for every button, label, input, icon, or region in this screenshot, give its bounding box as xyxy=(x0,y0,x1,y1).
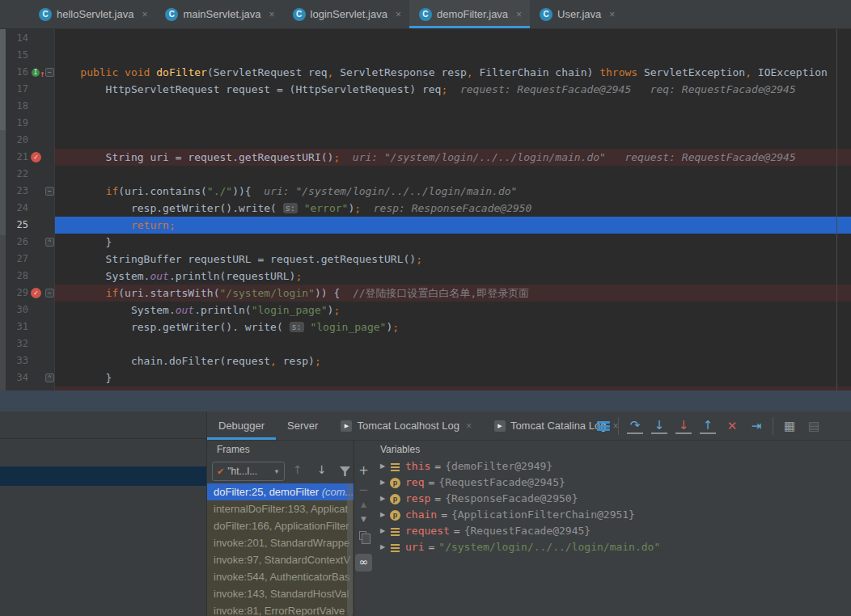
expand-arrow-icon[interactable]: ▶ xyxy=(380,458,390,475)
stack-frame-row[interactable]: invoke:143, StandardHostVal xyxy=(207,585,354,602)
editor-tab-User.java[interactable]: CUser.java× xyxy=(530,0,623,28)
variable-row[interactable]: ▶pchain={ApplicationFilterChain@2951} xyxy=(372,507,851,523)
line-number[interactable]: 33 xyxy=(6,352,28,369)
code-line[interactable]: 28 System.out.println(requestURL); xyxy=(0,268,851,285)
close-icon[interactable]: × xyxy=(516,9,522,20)
line-number[interactable]: 32 xyxy=(6,335,28,352)
editor-tab-helloServlet.java[interactable]: ChelloServlet.java× xyxy=(29,0,155,28)
debug-tab-debugger[interactable]: Debugger xyxy=(207,411,276,440)
force-step-into-button[interactable]: ↓ xyxy=(675,418,692,434)
code-line[interactable]: 14 xyxy=(0,30,851,47)
code-line[interactable]: 33 chain.doFilter(request, resp); xyxy=(0,352,851,369)
code-line[interactable]: 22 xyxy=(0,166,851,183)
fold-collapse-icon[interactable]: − xyxy=(45,68,54,77)
line-number[interactable]: 15 xyxy=(6,47,28,64)
evaluate-expression-button[interactable]: ▦ xyxy=(781,419,798,433)
variable-row[interactable]: ▶request={RequestFacade@2945} xyxy=(372,523,851,539)
stack-frame-row[interactable]: doFilter:166, ApplicationFilter xyxy=(207,517,354,534)
expand-arrow-icon[interactable]: ▶ xyxy=(380,475,390,491)
remove-watch-button[interactable]: − xyxy=(354,483,373,497)
next-frame-button[interactable]: ↓ xyxy=(317,463,327,476)
code-line[interactable]: 29✓− if(uri.startsWith("/system/login"))… xyxy=(0,285,851,302)
editor-tab-loginServlet.java[interactable]: CloginServlet.java× xyxy=(283,0,409,28)
editor-panel-splitter[interactable] xyxy=(0,390,851,411)
variable-row[interactable]: ▶uri="/system/login/../../login/main.do" xyxy=(372,539,851,555)
line-number[interactable]: 16 xyxy=(6,64,28,81)
expand-arrow-icon[interactable]: ▶ xyxy=(380,523,390,539)
expand-arrow-icon[interactable]: ▶ xyxy=(380,507,390,523)
editor-tab-demoFilter.java[interactable]: CdemoFilter.java× xyxy=(409,0,530,28)
line-number[interactable]: 21 xyxy=(6,149,28,166)
stack-frame-row[interactable]: invoke:97, StandardContextV xyxy=(207,551,354,568)
line-number[interactable]: 22 xyxy=(6,166,28,183)
menu-icon[interactable] xyxy=(597,421,610,431)
add-watch-button[interactable]: + xyxy=(354,463,373,478)
close-icon[interactable]: × xyxy=(466,420,472,432)
stack-frame-row[interactable]: internalDoFilter:193, Applicat xyxy=(207,500,354,517)
expand-arrow-icon[interactable]: ▶ xyxy=(380,539,390,555)
line-number[interactable]: 27 xyxy=(6,251,28,268)
code-line[interactable]: 24 resp.getWriter().write( s: "error"); … xyxy=(0,200,851,217)
code-editor[interactable]: 141516I↑− public void doFilter(ServletRe… xyxy=(0,29,851,390)
line-number[interactable]: 34 xyxy=(6,369,28,386)
step-out-button[interactable]: ↑ xyxy=(700,418,716,434)
overrides-method-icon[interactable]: I xyxy=(32,69,40,77)
variable-row[interactable]: ▶presp={ResponseFacade@2950} xyxy=(372,491,851,507)
code-line[interactable]: 18 xyxy=(0,98,851,115)
close-icon[interactable]: × xyxy=(142,9,147,20)
frames-list[interactable]: doFilter:25, demoFilter (com...internalD… xyxy=(207,483,354,616)
stack-frame-row[interactable]: invoke:81, ErrorReportValve xyxy=(207,602,354,616)
code-line[interactable]: 30 System.out.println("login_page"); xyxy=(0,302,851,319)
fold-collapse-icon[interactable]: − xyxy=(45,289,54,297)
debug-tab-tomcat-localhost-log[interactable]: ▶Tomcat Localhost Log× xyxy=(329,411,482,440)
code-line[interactable]: 17 HttpServletRequest request = (HttpSer… xyxy=(0,81,851,98)
duplicate-watch-button[interactable] xyxy=(359,531,366,540)
line-number[interactable]: 31 xyxy=(6,319,28,335)
close-icon[interactable]: × xyxy=(269,9,275,20)
line-number[interactable]: 20 xyxy=(6,132,28,149)
code-line[interactable]: 32 xyxy=(0,335,851,352)
line-number[interactable]: 19 xyxy=(6,115,28,132)
line-number[interactable]: 14 xyxy=(6,30,28,47)
breakpoint-icon[interactable]: ✓ xyxy=(31,288,41,298)
code-line[interactable]: 21✓ String uri = request.getRequestURI()… xyxy=(0,149,851,166)
code-line[interactable]: 26⌃ } xyxy=(0,234,851,251)
line-number[interactable]: 30 xyxy=(6,302,28,319)
line-number[interactable]: 25 xyxy=(6,217,28,234)
line-number[interactable]: 24 xyxy=(6,200,28,217)
code-line[interactable]: 20 xyxy=(0,132,851,149)
fold-end-icon[interactable]: ⌃ xyxy=(45,238,54,247)
step-over-button[interactable]: ↷ xyxy=(627,418,643,434)
stack-frame-row[interactable]: invoke:201, StandardWrappe xyxy=(207,534,354,551)
line-number[interactable]: 28 xyxy=(6,268,28,285)
expand-arrow-icon[interactable]: ▶ xyxy=(380,491,390,507)
frames-scrollbar[interactable] xyxy=(347,483,353,616)
debug-tab-server[interactable]: Server xyxy=(276,411,329,440)
hide-library-frames-filter-icon[interactable] xyxy=(340,466,350,476)
code-line[interactable]: 23− if(uri.contains("./")){ uri: "/syste… xyxy=(0,183,851,200)
code-line[interactable]: 25 return; xyxy=(0,217,851,234)
line-number[interactable]: 29 xyxy=(6,285,28,302)
run-to-cursor-button[interactable]: ⇥ xyxy=(748,419,764,433)
thread-dropdown[interactable]: ✔ "ht...l... ▼ xyxy=(212,462,285,481)
stack-frame-row[interactable]: invoke:544, AuthenticatorBas xyxy=(207,568,354,585)
previous-frame-button[interactable]: ↑ xyxy=(293,463,303,476)
fold-collapse-icon[interactable]: − xyxy=(45,187,54,196)
close-icon[interactable]: × xyxy=(609,9,615,20)
editor-tab-mainServlet.java[interactable]: CmainServlet.java× xyxy=(155,0,282,28)
line-number[interactable]: 18 xyxy=(6,98,28,115)
code-line[interactable]: 31 resp.getWriter(). write( s: "login_pa… xyxy=(0,319,851,335)
step-into-button[interactable]: ↓ xyxy=(651,418,667,434)
code-line[interactable]: 15 xyxy=(0,47,851,64)
line-number[interactable]: 23 xyxy=(6,183,28,200)
breakpoint-icon[interactable]: ✓ xyxy=(31,152,41,162)
stack-frame-row[interactable]: doFilter:25, demoFilter (com... xyxy=(207,483,354,500)
variable-row[interactable]: ▶preq={RequestFacade@2945} xyxy=(372,475,851,491)
close-icon[interactable]: × xyxy=(396,9,401,20)
code-line[interactable]: 34⌃ } xyxy=(0,369,851,386)
layout-settings-button[interactable]: ▤ xyxy=(806,419,822,433)
move-up-button[interactable]: ▲ xyxy=(354,500,373,508)
line-number[interactable]: 26 xyxy=(6,234,28,251)
show-watches-toggle[interactable]: ∞ xyxy=(355,554,372,572)
variables-list[interactable]: ▶this={demoFilter@2949}▶preq={RequestFac… xyxy=(372,458,851,616)
